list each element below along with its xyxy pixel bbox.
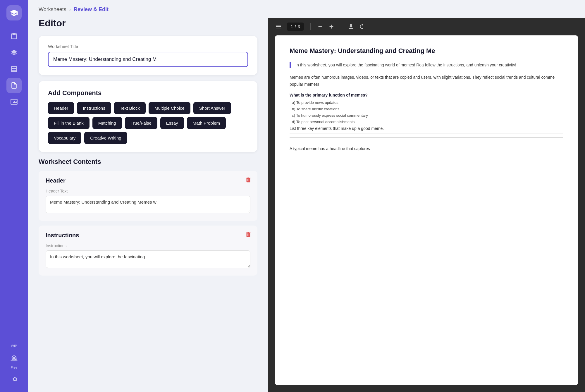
preview-toolbar: 1 / 3 (268, 18, 585, 35)
page-info: 1 / 3 (287, 23, 304, 31)
piggy-bank-icon (10, 375, 18, 383)
graduation-cap-icon (10, 8, 18, 17)
preview-content: Meme Mastery: Understanding and Creating… (275, 35, 578, 385)
sidebar-item-free[interactable] (6, 372, 22, 387)
component-btn-text-block[interactable]: Text Block (114, 102, 146, 114)
answer-line-3 (290, 142, 563, 142)
components-grid: HeaderInstructionsText BlockMultiple Cho… (48, 102, 248, 144)
header-block: Header Header Text Meme Mastery: Underst… (39, 171, 257, 221)
component-btn-instructions[interactable]: Instructions (77, 102, 111, 114)
add-components-title: Add Components (48, 89, 248, 97)
refresh-button[interactable] (359, 23, 365, 30)
preview-options: a) To provide news updatesb) To share ar… (290, 100, 563, 124)
component-btn-header[interactable]: Header (48, 102, 74, 114)
preview-panel: 1 / 3 (268, 18, 585, 392)
page-separator: / (295, 24, 296, 29)
refresh-icon (359, 23, 365, 30)
preview-option: d) To post personal accomplishments (290, 120, 563, 124)
zoom-in-button[interactable] (328, 23, 335, 30)
split-layout: Editor Worksheet Title Add Components He… (28, 18, 585, 392)
breadcrumb-worksheets[interactable]: Worksheets (39, 6, 66, 13)
preview-option: c) To humorously express social commenta… (290, 113, 563, 118)
add-components-card: Add Components HeaderInstructionsText Bl… (39, 81, 257, 152)
sidebar-item-media[interactable] (6, 94, 22, 109)
sidebar: WIP Free (0, 0, 28, 392)
preview-option: b) To share artistic creations (290, 107, 563, 111)
instructions-delete-button[interactable] (245, 231, 252, 239)
preview-body-text: Memes are often humorous images, videos,… (290, 74, 563, 88)
trash-icon-2 (245, 231, 252, 238)
preview-quote-block: In this worksheet, you will explore the … (290, 62, 563, 68)
preview-fill-blank: A typical meme has a headline that captu… (290, 146, 563, 151)
preview-question-1: What is the primary function of memes? (290, 93, 563, 97)
header-textarea[interactable]: Meme Mastery: Understanding and Creating… (46, 196, 250, 213)
preview-option: a) To provide news updates (290, 100, 563, 105)
trash-icon (245, 177, 252, 183)
minus-icon (317, 23, 324, 30)
download-icon (348, 23, 354, 30)
worksheet-contents-section: Worksheet Contents Header Header Text Me… (39, 158, 257, 276)
download-button[interactable] (348, 23, 354, 30)
editor-panel: Editor Worksheet Title Add Components He… (28, 18, 268, 392)
instructions-block-title: Instructions (46, 232, 250, 239)
component-btn-creative-writing[interactable]: Creative Writing (84, 132, 127, 144)
sidebar-item-table[interactable] (6, 61, 22, 77)
header-delete-button[interactable] (245, 177, 252, 184)
component-btn-fill-in-the-blank[interactable]: Fill in the Blank (48, 117, 90, 129)
zoom-out-button[interactable] (317, 23, 324, 30)
clipboard-icon (10, 32, 18, 40)
free-label: Free (11, 366, 18, 369)
component-btn-multiple-choice[interactable]: Multiple Choice (149, 102, 190, 114)
page-total: 3 (298, 24, 300, 29)
answer-line-1 (290, 133, 563, 133)
sidebar-item-wip[interactable] (6, 350, 22, 365)
document-icon (10, 82, 18, 89)
sidebar-item-layers[interactable] (6, 45, 22, 60)
component-btn-math-problem[interactable]: Math Problem (187, 117, 226, 129)
wip-icon (10, 353, 18, 362)
component-btn-vocabulary[interactable]: Vocabulary (48, 132, 81, 144)
worksheet-title-card: Worksheet Title (39, 36, 257, 75)
answer-line-2 (290, 137, 563, 138)
menu-icon (275, 23, 282, 30)
header-field-label: Header Text (46, 189, 250, 193)
preview-menu-button[interactable] (275, 23, 282, 30)
preview-doc-title: Meme Mastery: Understanding and Creating… (290, 47, 563, 55)
component-btn-true/false[interactable]: True/False (125, 117, 157, 129)
sidebar-item-clipboard[interactable] (6, 29, 22, 44)
breadcrumb: Worksheets › Review & Edit (28, 0, 585, 18)
preview-quote-text: In this worksheet, you will explore the … (295, 63, 516, 67)
breadcrumb-current[interactable]: Review & Edit (74, 6, 109, 13)
header-block-title: Header (46, 177, 250, 184)
component-btn-matching[interactable]: Matching (92, 117, 122, 129)
worksheet-title-label: Worksheet Title (48, 44, 248, 49)
instructions-textarea[interactable]: In this worksheet, you will explore the … (46, 250, 250, 268)
sidebar-item-document[interactable] (6, 78, 22, 93)
component-btn-short-answer[interactable]: Short Answer (193, 102, 231, 114)
worksheet-title-input[interactable] (48, 52, 248, 67)
preview-question-2: List three key elements that make up a g… (290, 126, 563, 131)
toolbar-divider-2 (341, 23, 341, 30)
svg-rect-0 (11, 360, 17, 360)
toolbar-divider (310, 23, 311, 30)
plus-icon (328, 23, 335, 30)
worksheet-contents-title: Worksheet Contents (39, 158, 257, 166)
main-content: Worksheets › Review & Edit Editor Worksh… (28, 0, 585, 392)
editor-title: Editor (39, 18, 257, 29)
page-current: 1 (291, 24, 293, 29)
instructions-field-label: Instructions (46, 243, 250, 248)
instructions-block: Instructions Instructions In this worksh… (39, 226, 257, 276)
component-btn-essay[interactable]: Essay (160, 117, 184, 129)
layers-icon (10, 49, 18, 56)
wip-label: WIP (11, 344, 17, 348)
breadcrumb-separator: › (69, 7, 71, 12)
logo-button[interactable] (6, 5, 22, 20)
media-icon (10, 98, 18, 106)
table-icon (10, 65, 18, 73)
